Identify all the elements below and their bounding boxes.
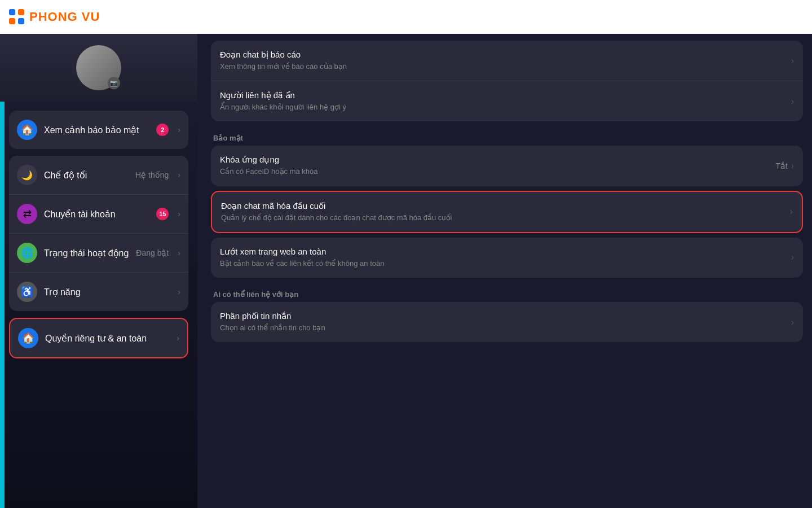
reported-chat-title: Đoạn chat bị báo cáo <box>220 50 791 60</box>
hidden-contacts-item[interactable]: Người liên hệ đã ẩn Ẩn người khác khỏi n… <box>211 81 803 121</box>
transfer-icon: ⇄ <box>17 204 37 224</box>
safe-browsing-right: › <box>791 252 794 262</box>
dark-mode-item[interactable]: 🌙 Chế độ tối Hệ thống › <box>9 156 188 194</box>
logo-dot-3 <box>9 18 15 24</box>
e2e-content: Đoạn chat mã hóa đầu cuối Quản lý chế độ… <box>221 201 790 223</box>
security-badge: 2 <box>156 124 169 136</box>
privacy-card: 🏠 Quyền riêng tư & an toàn › <box>9 318 188 358</box>
privacy-chevron: › <box>176 334 179 343</box>
logo-text: PHONG VU <box>29 10 100 24</box>
dark-mode-chevron: › <box>178 170 180 179</box>
bao-mat-section-label: Bảo mật <box>211 126 803 146</box>
dark-mode-value: Hệ thống <box>135 170 169 179</box>
app-lock-content: Khóa ứng dụng Cần có FaceID hoặc mã khóa <box>220 155 775 177</box>
e2e-item[interactable]: Đoạn chat mã hóa đầu cuối Quản lý chế độ… <box>212 192 802 232</box>
app-lock-chevron: › <box>791 161 794 171</box>
logo-black: PHONG <box>29 10 82 24</box>
safe-browsing-title: Lướt xem trang web an toàn <box>220 247 791 257</box>
safe-browsing-card: Lướt xem trang web an toàn Bật cảnh báo … <box>211 238 803 278</box>
safe-browsing-content: Lướt xem trang web an toàn Bật cảnh báo … <box>220 247 791 269</box>
security-label: Xem cảnh báo bảo mật <box>44 125 149 135</box>
accessibility-label: Trợ năng <box>44 287 171 297</box>
phan-phoi-desc: Chọn ai có thể nhắn tin cho bạn <box>220 323 791 333</box>
e2e-right: › <box>790 207 793 217</box>
dark-mode-label: Chế độ tối <box>44 170 129 181</box>
logo-grid <box>9 9 25 25</box>
hidden-contacts-right: › <box>791 97 794 107</box>
profile-area: 📷 <box>0 34 197 102</box>
e2e-chevron: › <box>790 207 793 217</box>
lien-he-section-label: Ai có thể liên hệ với bạn <box>211 282 803 302</box>
phan-phoi-content: Phân phối tin nhắn Chọn ai có thể nhắn t… <box>220 311 791 333</box>
transfer-chevron: › <box>178 209 180 218</box>
e2e-card: Đoạn chat mã hóa đầu cuối Quản lý chế độ… <box>211 191 803 233</box>
hidden-contacts-title: Người liên hệ đã ẩn <box>220 90 791 100</box>
activity-label: Trạng thái hoạt động <box>44 248 129 259</box>
e2e-desc: Quản lý chế độ cài đặt dành cho các đoạn… <box>221 213 790 223</box>
camera-icon[interactable]: 📷 <box>108 77 120 89</box>
safe-browsing-desc: Bật cảnh báo về các liên kết có thể khôn… <box>220 259 791 269</box>
safe-browsing-chevron: › <box>791 252 794 262</box>
top-section-card: Đoạn chat bị báo cáo Xem thông tin mới v… <box>211 41 803 121</box>
app-lock-right: Tắt › <box>775 161 794 171</box>
reported-chat-item[interactable]: Đoạn chat bị báo cáo Xem thông tin mới v… <box>211 41 803 81</box>
right-panel: Đoạn chat bị báo cáo Xem thông tin mới v… <box>202 34 812 508</box>
transfer-badge: 15 <box>156 208 169 220</box>
activity-icon: 🌐 <box>17 243 37 263</box>
lien-he-card: Phân phối tin nhắn Chọn ai có thể nhắn t… <box>211 302 803 342</box>
logo-orange: VU <box>82 10 100 24</box>
top-bar: PHONG VU <box>0 0 812 34</box>
hidden-contacts-chevron: › <box>791 97 794 107</box>
activity-value: Đang bật <box>136 248 169 257</box>
phan-phoi-right: › <box>791 317 794 327</box>
accessibility-icon: ♿ <box>17 282 37 302</box>
settings-card: 🌙 Chế độ tối Hệ thống › ⇄ Chuyển tài kho… <box>9 156 188 311</box>
hidden-contacts-content: Người liên hệ đã ẩn Ẩn người khác khỏi n… <box>220 90 791 112</box>
reported-chat-desc: Xem thông tin mới về báo cáo của bạn <box>220 62 791 72</box>
main-content: 📷 🏠 Xem cảnh báo bảo mật 2 › 🌙 Chế độ tố… <box>0 34 812 508</box>
security-card: 🏠 Xem cảnh báo bảo mật 2 › <box>9 111 188 149</box>
security-icon: 🏠 <box>17 120 37 140</box>
security-item[interactable]: 🏠 Xem cảnh báo bảo mật 2 › <box>9 111 188 149</box>
accessibility-item[interactable]: ♿ Trợ năng › <box>9 272 188 311</box>
phan-phoi-chevron: › <box>791 317 794 327</box>
logo-dot-1 <box>9 9 15 15</box>
logo-dot-4 <box>18 18 24 24</box>
accessibility-chevron: › <box>178 287 180 296</box>
app-lock-title: Khóa ứng dụng <box>220 155 775 165</box>
hidden-contacts-desc: Ẩn người khác khỏi người liên hệ gợi ý <box>220 102 791 112</box>
logo-area: PHONG VU <box>9 9 100 25</box>
dark-mode-icon: 🌙 <box>17 165 37 185</box>
profile-avatar: 📷 <box>76 45 121 90</box>
privacy-item[interactable]: 🏠 Quyền riêng tư & an toàn › <box>10 319 187 357</box>
bao-mat-card: Khóa ứng dụng Cần có FaceID hoặc mã khóa… <box>211 146 803 186</box>
app-lock-value: Tắt <box>775 161 787 170</box>
teal-accent <box>0 102 5 508</box>
activity-item[interactable]: 🌐 Trạng thái hoạt động Đang bật › <box>9 233 188 272</box>
privacy-label: Quyền riêng tư & an toàn <box>45 333 170 344</box>
privacy-icon: 🏠 <box>18 328 38 348</box>
logo-dot-2 <box>18 9 24 15</box>
app-lock-item[interactable]: Khóa ứng dụng Cần có FaceID hoặc mã khóa… <box>211 146 803 186</box>
transfer-item[interactable]: ⇄ Chuyển tài khoản 15 › <box>9 194 188 233</box>
security-chevron: › <box>178 125 180 134</box>
phan-phoi-item[interactable]: Phân phối tin nhắn Chọn ai có thể nhắn t… <box>211 302 803 342</box>
safe-browsing-item[interactable]: Lướt xem trang web an toàn Bật cảnh báo … <box>211 238 803 278</box>
phan-phoi-title: Phân phối tin nhắn <box>220 311 791 321</box>
reported-chat-content: Đoạn chat bị báo cáo Xem thông tin mới v… <box>220 50 791 72</box>
transfer-label: Chuyển tài khoản <box>44 209 149 220</box>
activity-chevron: › <box>178 248 180 257</box>
reported-chat-right: › <box>791 56 794 66</box>
reported-chat-chevron: › <box>791 56 794 66</box>
e2e-title: Đoạn chat mã hóa đầu cuối <box>221 201 790 211</box>
app-lock-desc: Cần có FaceID hoặc mã khóa <box>220 167 775 177</box>
left-panel: 🏠 Xem cảnh báo bảo mật 2 › 🌙 Chế độ tối … <box>0 102 197 508</box>
